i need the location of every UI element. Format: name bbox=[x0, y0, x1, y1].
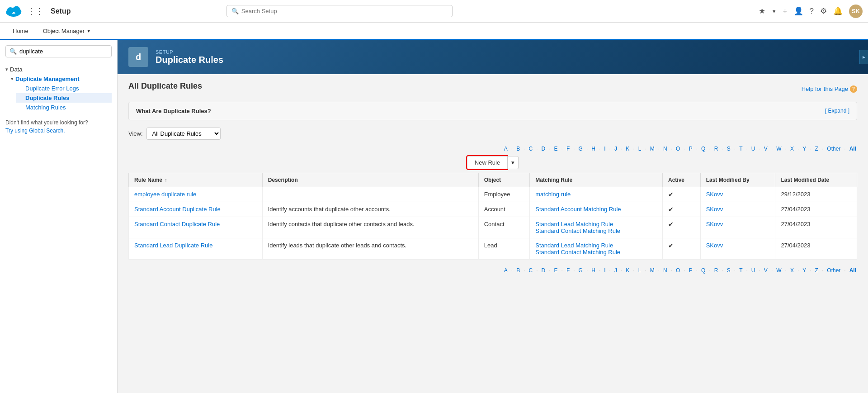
avatar[interactable]: SK bbox=[849, 5, 863, 18]
alpha-E[interactable]: E bbox=[553, 145, 559, 152]
alpha-bottom-D[interactable]: D bbox=[541, 267, 547, 274]
alpha-U[interactable]: U bbox=[750, 145, 756, 152]
new-rule-button[interactable]: New Rule bbox=[467, 156, 507, 169]
apps-grid-icon[interactable]: ⋮⋮ bbox=[27, 6, 43, 16]
alpha-D[interactable]: D bbox=[541, 145, 547, 152]
alpha-bottom-X[interactable]: X bbox=[789, 267, 795, 274]
alpha-J[interactable]: J bbox=[613, 145, 618, 152]
sidebar-item-data[interactable]: ▾ Data bbox=[5, 65, 112, 74]
alpha-bottom-A[interactable]: A bbox=[503, 267, 509, 274]
alpha-bottom-H[interactable]: H bbox=[590, 267, 596, 274]
alpha-bottom-Z[interactable]: Z bbox=[814, 267, 819, 274]
alpha-R[interactable]: R bbox=[713, 145, 719, 152]
matching-rule-link-3a[interactable]: Standard Lead Matching Rule bbox=[535, 221, 613, 227]
sidebar-search-input[interactable] bbox=[19, 48, 108, 55]
salesforce-logo[interactable]: ☁ bbox=[5, 3, 22, 19]
alpha-N[interactable]: N bbox=[662, 145, 668, 152]
alpha-bottom-Q[interactable]: Q bbox=[700, 267, 706, 274]
alpha-bottom-L[interactable]: L bbox=[637, 267, 642, 274]
matching-rule-link-4a[interactable]: Standard Lead Matching Rule bbox=[535, 242, 613, 249]
sidebar-item-matching-rules[interactable]: Matching Rules bbox=[16, 103, 112, 112]
alpha-bottom-P[interactable]: P bbox=[688, 267, 693, 274]
alpha-bottom-O[interactable]: O bbox=[675, 267, 681, 274]
search-input[interactable] bbox=[241, 8, 448, 14]
matching-rule-link-3b[interactable]: Standard Contact Matching Rule bbox=[535, 227, 620, 234]
modified-by-link-1[interactable]: SKovv bbox=[706, 191, 723, 198]
alpha-O[interactable]: O bbox=[675, 145, 681, 152]
sidebar-global-search-link[interactable]: Try using Global Search. bbox=[0, 128, 117, 134]
alpha-X[interactable]: X bbox=[789, 145, 795, 152]
what-are-duplicate-rules-box[interactable]: What Are Duplicate Rules? [ Expand ] bbox=[128, 102, 857, 120]
help-icon[interactable]: ? bbox=[810, 7, 814, 16]
sidebar-item-duplicate-management[interactable]: ▾ Duplicate Management bbox=[11, 74, 112, 84]
matching-rule-link-4b[interactable]: Standard Contact Matching Rule bbox=[535, 249, 620, 256]
sidebar-toggle-icon[interactable]: ▸ bbox=[859, 50, 868, 64]
alpha-C[interactable]: C bbox=[528, 145, 533, 152]
settings-gear-icon[interactable]: ⚙ bbox=[820, 6, 827, 16]
view-select[interactable]: All Duplicate Rules bbox=[146, 128, 221, 140]
alpha-bottom-E[interactable]: E bbox=[553, 267, 559, 274]
alpha-bottom-C[interactable]: C bbox=[528, 267, 533, 274]
sidebar-item-duplicate-rules[interactable]: Duplicate Rules bbox=[16, 93, 112, 103]
favorites-star-icon[interactable]: ★ bbox=[759, 6, 765, 16]
rule-name-link-2[interactable]: Standard Account Duplicate Rule bbox=[134, 206, 221, 213]
alpha-W[interactable]: W bbox=[775, 145, 782, 152]
sidebar-duplicate-error-logs-label: Duplicate Error Logs bbox=[25, 85, 79, 92]
alpha-P[interactable]: P bbox=[688, 145, 693, 152]
cell-rule-name-2: Standard Account Duplicate Rule bbox=[129, 202, 263, 217]
rule-name-link-3[interactable]: Standard Contact Duplicate Rule bbox=[134, 221, 220, 227]
alpha-V[interactable]: V bbox=[763, 145, 769, 152]
matching-rule-link-1[interactable]: matching rule bbox=[535, 191, 571, 198]
alpha-bottom-I[interactable]: I bbox=[603, 267, 606, 274]
alpha-bottom-R[interactable]: R bbox=[713, 267, 719, 274]
alpha-A[interactable]: A bbox=[503, 145, 509, 152]
alpha-bottom-G[interactable]: G bbox=[578, 267, 584, 274]
alpha-bottom-W[interactable]: W bbox=[775, 267, 782, 274]
modified-by-link-3[interactable]: SKovv bbox=[706, 221, 723, 227]
tab-home[interactable]: Home bbox=[5, 23, 36, 40]
sidebar-item-duplicate-error-logs[interactable]: Duplicate Error Logs bbox=[16, 84, 112, 93]
alpha-bottom-all[interactable]: All bbox=[849, 267, 857, 274]
alpha-F[interactable]: F bbox=[566, 145, 571, 152]
alpha-bottom-S[interactable]: S bbox=[726, 267, 731, 274]
alpha-other[interactable]: Other bbox=[826, 145, 841, 152]
alpha-L[interactable]: L bbox=[637, 145, 642, 152]
bell-notification-icon[interactable]: 🔔 bbox=[833, 6, 843, 16]
alpha-bottom-K[interactable]: K bbox=[625, 267, 630, 274]
tab-object-manager[interactable]: Object Manager ▼ bbox=[36, 23, 98, 40]
new-rule-dropdown-button[interactable]: ▾ bbox=[507, 156, 519, 169]
expand-link[interactable]: [ Expand ] bbox=[825, 108, 849, 114]
modified-by-link-4[interactable]: SKovv bbox=[706, 242, 723, 249]
alpha-all[interactable]: All bbox=[849, 145, 857, 152]
alpha-bottom-U[interactable]: U bbox=[750, 267, 756, 274]
alpha-bottom-Y[interactable]: Y bbox=[802, 267, 807, 274]
alpha-bottom-J[interactable]: J bbox=[613, 267, 618, 274]
alpha-G[interactable]: G bbox=[578, 145, 584, 152]
alpha-bottom-other[interactable]: Other bbox=[826, 267, 841, 274]
alpha-bottom-B[interactable]: B bbox=[515, 267, 521, 274]
alpha-H[interactable]: H bbox=[590, 145, 596, 152]
alpha-K[interactable]: K bbox=[625, 145, 630, 152]
alpha-bottom-N[interactable]: N bbox=[662, 267, 668, 274]
favorites-dropdown-icon[interactable]: ▼ bbox=[772, 9, 777, 14]
alpha-bottom-M[interactable]: M bbox=[649, 267, 656, 274]
alpha-Q[interactable]: Q bbox=[700, 145, 706, 152]
alpha-Y[interactable]: Y bbox=[802, 145, 807, 152]
add-icon[interactable]: + bbox=[783, 7, 788, 16]
sort-rule-name-icon[interactable]: ↑ bbox=[165, 178, 167, 183]
alpha-bottom-F[interactable]: F bbox=[566, 267, 571, 274]
alpha-M[interactable]: M bbox=[649, 145, 656, 152]
rule-name-link-4[interactable]: Standard Lead Duplicate Rule bbox=[134, 242, 212, 249]
alpha-T[interactable]: T bbox=[738, 145, 743, 152]
modified-by-link-2[interactable]: SKovv bbox=[706, 206, 723, 213]
alpha-I[interactable]: I bbox=[603, 145, 606, 152]
alpha-bottom-T[interactable]: T bbox=[738, 267, 743, 274]
rule-name-link-1[interactable]: employee duplicate rule bbox=[134, 191, 196, 198]
alpha-B[interactable]: B bbox=[515, 145, 521, 152]
people-icon[interactable]: 👤 bbox=[794, 6, 803, 16]
alpha-S[interactable]: S bbox=[726, 145, 731, 152]
alpha-bottom-V[interactable]: V bbox=[763, 267, 769, 274]
matching-rule-link-2[interactable]: Standard Account Matching Rule bbox=[535, 206, 621, 213]
help-for-page-link[interactable]: Help for this Page ? bbox=[802, 85, 857, 93]
alpha-Z[interactable]: Z bbox=[814, 145, 819, 152]
